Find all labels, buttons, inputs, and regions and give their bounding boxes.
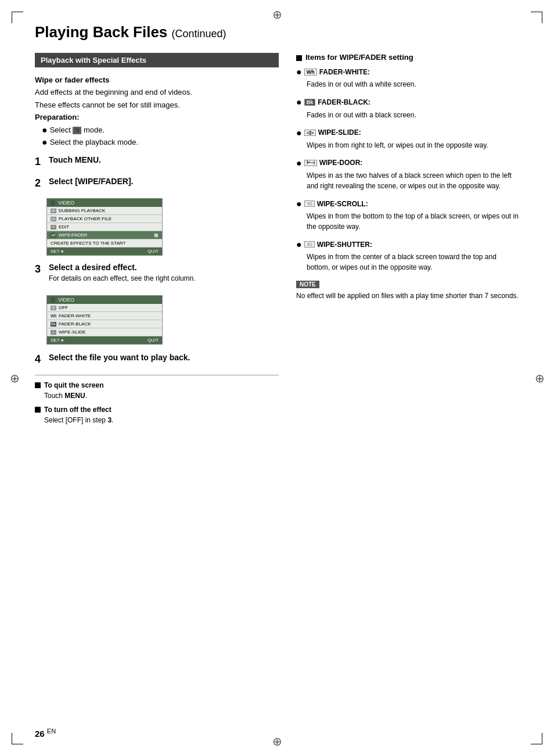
ri1-badge: Wh: [304, 69, 317, 76]
ri2-desc: Fades in or out with a black screen.: [307, 110, 519, 120]
screen-1-row-1: db DUBBING PLAYBACK: [47, 207, 162, 215]
s2r2-label: FADER-WHITE: [59, 313, 91, 318]
wipe-desc2: These effects cannot be set for still im…: [35, 99, 279, 111]
step-4-content: Select the file you want to play back.: [49, 353, 279, 363]
s2r1-icon: ✕: [51, 306, 56, 310]
screen-1-row-4: wf WIPE/FADER ▦: [47, 231, 162, 239]
screen-1-header: 🎥 VIDEO: [47, 199, 162, 207]
step-4-title: Select the file you want to play back.: [49, 353, 279, 362]
right-column: Items for WIPE/FADER setting ● Wh FADER-…: [296, 53, 519, 307]
ri2-title: FADER-BLACK:: [318, 98, 370, 106]
tip-1: To quit the screen Touch MENU.: [35, 381, 279, 401]
crosshair-left: [9, 372, 20, 384]
bullet-2: ● Select the playback mode.: [42, 137, 279, 148]
screen-2-cam-icon: 🎥: [49, 297, 56, 303]
ri3-dot: ●: [296, 127, 302, 138]
ri4-desc: Wipes in as the two halves of a black sc…: [307, 170, 519, 191]
step-4-num: 4: [35, 353, 49, 366]
crosshair-bottom: [271, 736, 283, 747]
row-2-label: PLAYBACK OTHER FILE: [59, 216, 111, 221]
ri1-desc: Fades in or out with a white screen.: [307, 79, 519, 89]
screen-2-title: VIDEO: [58, 297, 74, 303]
crosshair-top: [271, 9, 283, 20]
wipe-desc1: Add effects at the beginning and end of …: [35, 87, 279, 98]
ri5-dot: ●: [296, 198, 302, 209]
ri1-title: FADER-WHITE:: [319, 68, 370, 76]
page-title: Playing Back Files (Continued): [35, 23, 519, 41]
screen-2-header: 🎥 VIDEO: [47, 296, 162, 304]
step-4-area: 4 Select the file you want to play back.: [35, 353, 279, 366]
screen-2-row-1: ✕ OFF: [47, 304, 162, 312]
right-section-header: Items for WIPE/FADER setting: [296, 53, 519, 62]
footer-set: SET ●: [51, 249, 63, 254]
step-3: 3 Select a desired effect. For details o…: [35, 263, 279, 287]
row-3-label: EDIT: [59, 224, 69, 230]
right-item-3-header: ● ◁▷ WIPE-SLIDE:: [296, 127, 519, 138]
row-1-icon: db: [51, 209, 56, 213]
wipe-title: Wipe or fader effects: [35, 76, 279, 84]
bullet-text-2: Select the playback mode.: [50, 137, 138, 148]
corner-br: [531, 733, 542, 744]
title-text: Playing Back Files: [35, 23, 167, 41]
right-item-4-header: ● ⊢⊣ WIPE-DOOR:: [296, 157, 519, 169]
step-2-area: 2 Select [WIPE/FADER]. 🎥 VIDEO db DUBBIN…: [35, 177, 279, 256]
square-bullet-2: [35, 407, 41, 413]
s2r3-icon: Bk: [51, 322, 56, 327]
step-2-title: Select [WIPE/FADER].: [49, 177, 279, 186]
note-box: NOTE No effect will be applied on files …: [296, 280, 519, 301]
row-5-label: CREATE EFFECTS TO THE START: [51, 241, 125, 246]
screen-1-row-3: ✂ EDIT: [47, 223, 162, 231]
tip-1-body: Touch MENU.: [44, 390, 279, 401]
section-header: Playback with Special Effects: [35, 53, 279, 67]
page-suffix: EN: [47, 728, 56, 734]
right-item-3: ● ◁▷ WIPE-SLIDE: Wipes in from right to …: [296, 127, 519, 151]
wipe-section: Wipe or fader effects Add effects at the…: [35, 76, 279, 148]
divider: [35, 375, 279, 375]
row-3-icon: ✂: [51, 225, 56, 230]
bullet-text-1: Select 🎥 mode.: [50, 124, 105, 136]
continued-text: (Continued): [172, 28, 226, 40]
right-square-bullet: [296, 55, 302, 61]
right-item-4: ● ⊢⊣ WIPE-DOOR: Wipes in as the two halv…: [296, 157, 519, 191]
footer-quit: QUIT: [148, 249, 159, 254]
left-column: Playback with Special Effects Wipe or fa…: [35, 53, 279, 430]
right-item-5: ● ↑□ WIPE-SCROLL: Wipes in from the bott…: [296, 198, 519, 232]
row-2-icon: pb: [51, 217, 56, 221]
step-1-area: 1 Touch MENU.: [35, 155, 279, 169]
right-item-1: ● Wh FADER-WHITE: Fades in or out with a…: [296, 66, 519, 89]
bullet-dot-1: ●: [42, 124, 48, 135]
step-3-title: Select a desired effect.: [49, 263, 279, 272]
step-3-content: Select a desired effect. For details on …: [49, 263, 279, 287]
step-1: 1 Touch MENU.: [35, 155, 279, 169]
s2r3-label: FADER-BLACK: [59, 321, 91, 327]
ri1-dot: ●: [296, 66, 302, 77]
step-1-title: Touch MENU.: [49, 155, 279, 164]
screen-1-row-2: pb PLAYBACK OTHER FILE: [47, 215, 162, 223]
screen-1: 🎥 VIDEO db DUBBING PLAYBACK pb PLAYBACK …: [46, 198, 163, 256]
tip-2: To turn off the effect Select [OFF] in s…: [35, 406, 279, 425]
row-4-icon: wf: [51, 233, 56, 238]
screen-2-footer: SET ● QUIT: [47, 336, 162, 344]
right-item-6: ● ↕□ WIPE-SHUTTER: Wipes in from the cen…: [296, 239, 519, 273]
content-area: Playback with Special Effects Wipe or fa…: [35, 53, 519, 430]
ri3-desc: Wipes in from right to left, or wipes ou…: [307, 140, 519, 151]
corner-tr: [531, 12, 542, 23]
screen-2-row-3: Bk FADER-BLACK: [47, 320, 162, 328]
ri3-title: WIPE-SLIDE:: [318, 128, 361, 137]
s2r2-icon: Wh: [51, 314, 56, 318]
right-section-header-text: Items for WIPE/FADER setting: [305, 53, 413, 62]
section-header-text: Playback with Special Effects: [41, 56, 146, 65]
right-item-2-header: ● Bk FADER-BLACK:: [296, 96, 519, 108]
ri2-dot: ●: [296, 96, 302, 108]
s2r1-label: OFF: [59, 305, 68, 310]
step-1-content: Touch MENU.: [49, 155, 279, 166]
right-item-5-header: ● ↑□ WIPE-SCROLL:: [296, 198, 519, 209]
screen-1-footer: SET ● QUIT: [47, 248, 162, 255]
right-item-1-header: ● Wh FADER-WHITE:: [296, 66, 519, 77]
step-3-desc: For details on each effect, see the righ…: [49, 273, 279, 284]
screen-1-cam-icon: 🎥: [49, 200, 56, 206]
prep-label: Preparation:: [35, 113, 80, 121]
ri4-title: WIPE-DOOR:: [319, 159, 363, 167]
row-4-label: WIPE/FADER: [59, 232, 87, 238]
row-4-indicator: ▦: [154, 232, 159, 238]
